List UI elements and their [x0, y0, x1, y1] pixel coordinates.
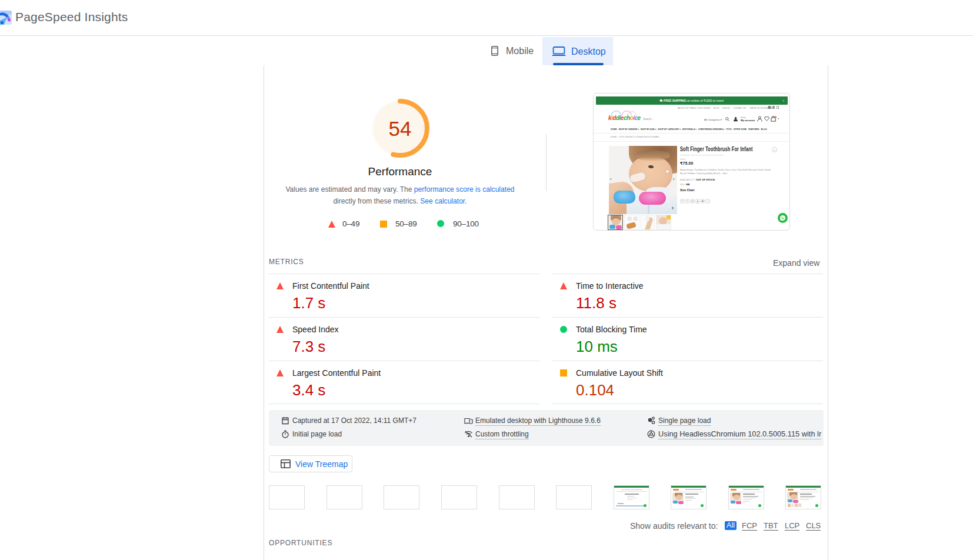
svg-text:54: 54 [389, 117, 412, 140]
